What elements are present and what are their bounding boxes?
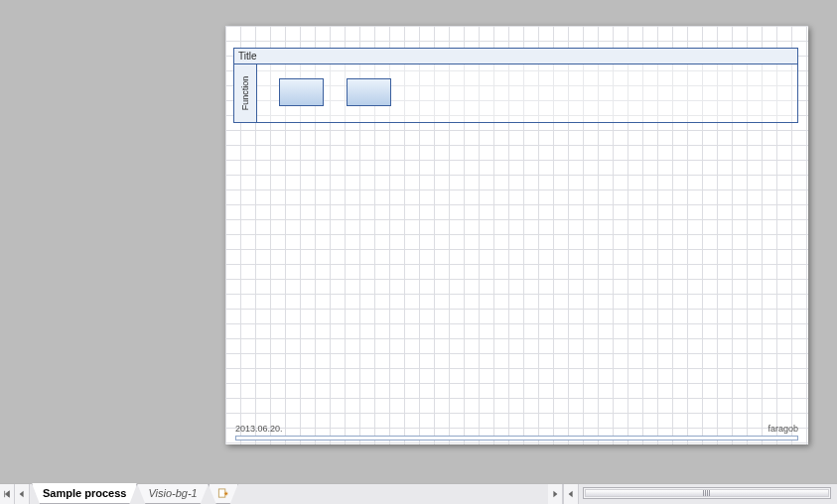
drawing-workspace: Title Function 2013.06.20. faragob xyxy=(0,0,837,484)
new-page-icon xyxy=(217,488,228,499)
drawing-page[interactable]: Title Function 2013.06.20. faragob xyxy=(225,26,808,444)
page-tab[interactable]: Visio-bg-1 xyxy=(137,484,208,504)
tab-nav-prev-button[interactable] xyxy=(15,484,30,504)
page-footer-author: faragob xyxy=(767,424,798,434)
page-tab[interactable]: Sample process xyxy=(32,483,137,504)
swimlane-lane-label[interactable]: Function xyxy=(234,64,257,122)
page-tab-strip: Sample process Visio-bg-1 xyxy=(0,483,837,504)
new-page-tab-button[interactable] xyxy=(209,484,238,504)
process-shape[interactable] xyxy=(279,78,324,106)
swimlane-title-bar[interactable]: Title xyxy=(234,49,797,64)
scrollbar-grip-icon xyxy=(703,490,711,496)
process-shape[interactable] xyxy=(347,78,391,106)
horizontal-scrollbar-thumb[interactable] xyxy=(585,489,829,497)
swimlane-lane-label-text: Function xyxy=(240,76,250,111)
swimlane-lane[interactable] xyxy=(257,64,797,122)
horizontal-scrollbar[interactable] xyxy=(583,487,831,499)
pane-split-prev-button[interactable] xyxy=(563,484,579,504)
page-footer-date: 2013.06.20. xyxy=(235,424,283,434)
page-footer-bar xyxy=(235,436,798,441)
swimlane-container[interactable]: Title Function xyxy=(233,48,798,123)
tab-nav-next-button[interactable] xyxy=(548,484,563,504)
tab-nav-first-button[interactable] xyxy=(0,484,15,504)
page-tabs: Sample process Visio-bg-1 xyxy=(30,484,238,504)
